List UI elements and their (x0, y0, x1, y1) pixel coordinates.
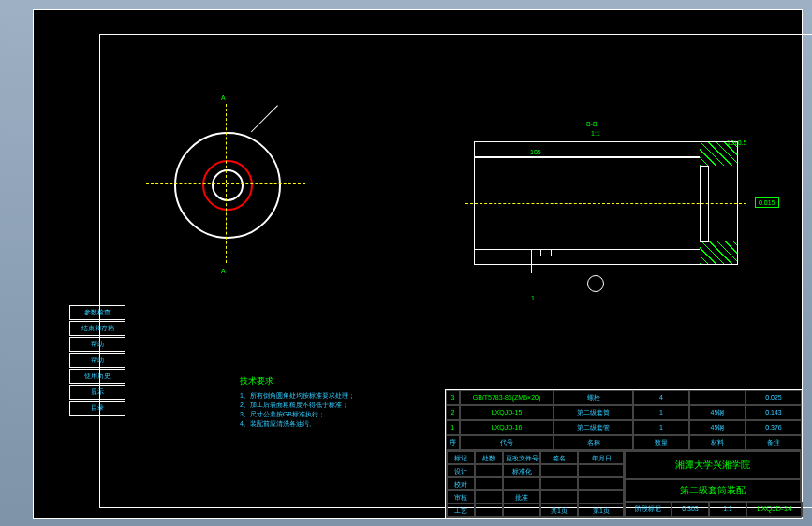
c: 设计 (447, 464, 475, 477)
c: 校对 (447, 477, 475, 490)
dim-text: 105 (530, 149, 541, 155)
c (475, 464, 503, 477)
tab-item: 参数检查 (69, 305, 125, 320)
tab-item: 目录 (69, 401, 125, 416)
leader (531, 250, 532, 273)
note-line: 1、所有倒角圆角处均按标准要求处理； (240, 391, 355, 401)
bom-code: LXQJD-16 (460, 420, 554, 435)
notes-title: 技术要求 (240, 375, 355, 387)
bom-qty: 4 (633, 390, 689, 405)
c: 批准 (503, 490, 540, 504)
c: 审核 (447, 490, 475, 504)
edge-line (475, 156, 700, 158)
bom-qty: 1 (633, 405, 689, 420)
c: 工艺 (447, 504, 475, 517)
edge-line (475, 249, 700, 250)
c (503, 504, 540, 517)
tolerance-box: 0.015 (755, 197, 779, 208)
c (475, 477, 503, 490)
view-label: A (221, 268, 226, 274)
bom-name: 第二级套管 (554, 420, 633, 435)
title-block: 3GB/T5783-86(ZM6×20)螺栓40.025 2LXQJD-15第二… (445, 389, 802, 518)
bom-name: 螺栓 (554, 390, 633, 405)
c: 阶段标记 (625, 502, 672, 517)
hdr: 代号 (460, 435, 554, 450)
note-line: 4、装配前应清洗各油污。 (240, 419, 355, 429)
note-line: 3、尺寸公差按GB标准执行； (240, 410, 355, 419)
bom-qty: 1 (633, 420, 689, 435)
hdr: 序号 (446, 435, 460, 450)
balloon (587, 275, 604, 292)
section-scale: 1:1 (591, 130, 600, 137)
c: 年月日 (578, 451, 625, 464)
dim-text: 10±0.5 (727, 139, 746, 146)
bom-wt: 0.143 (746, 405, 802, 420)
c: 共1页 (540, 504, 578, 517)
section-label: B-B (586, 121, 598, 127)
tech-notes: 技术要求 1、所有倒角圆角处均按标准要求处理； 2、加工后表面粗糙度不得低于标准… (240, 375, 355, 429)
c: 处数 (475, 451, 503, 464)
bom-wt: 0.025 (746, 390, 802, 405)
bom-no: 3 (446, 390, 460, 405)
hdr: 名称 (554, 435, 633, 450)
bom-mat (689, 390, 746, 405)
bom-code: GB/T5783-86(ZM6×20) (460, 390, 554, 405)
section-view: 1 (474, 141, 738, 265)
c (503, 477, 540, 490)
centerline-v (226, 104, 227, 263)
c: 标记 (447, 451, 475, 464)
c (540, 490, 578, 504)
hdr: 数量 (633, 435, 689, 450)
hdr: 备注 (746, 435, 802, 450)
title-info: 标记处数更改文件号签名年月日 设计标准化 校对 审核批准 工艺共1页第1页 湘潭… (446, 450, 802, 518)
bom-row: 1LXQJD-16第二级套管145钢0.376 (446, 420, 802, 435)
bom-no: 2 (446, 405, 460, 420)
c: 1:1 (709, 502, 746, 517)
c (578, 477, 625, 490)
c: 标准化 (503, 464, 540, 477)
c (578, 464, 625, 477)
hatch-area (700, 241, 737, 264)
c: 更改文件号 (503, 451, 540, 464)
c: 签名 (540, 451, 578, 464)
hdr: 材料 (689, 435, 746, 450)
bom-mat: 45钢 (689, 405, 746, 420)
tab-item: 帮助 (69, 337, 125, 352)
bom-row: 3GB/T5783-86(ZM6×20)螺栓40.025 (446, 390, 802, 405)
bom-row: 2LXQJD-15第二级套筒145钢0.143 (446, 405, 802, 420)
drawing-title: 第二级套筒装配 (625, 479, 801, 502)
balloon-num: 1 (531, 295, 535, 301)
bom-code: LXQJD-15 (460, 405, 554, 420)
bom-wt: 0.376 (746, 420, 802, 435)
bom-no: 1 (446, 420, 460, 435)
c: 0.363 (672, 502, 709, 517)
c (475, 504, 503, 517)
tab-item: 结束和存档 (69, 321, 125, 336)
bolt (700, 166, 709, 242)
tab-item: 帮助 (69, 353, 125, 368)
tab-item: 显示 (69, 385, 125, 400)
drawing-sheet: 参数检查 结束和存档 帮助 帮助 使用历史 显示 目录 A A 1 B-B 1:… (33, 9, 803, 519)
c (475, 490, 503, 504)
edge-tabs: 参数检查 结束和存档 帮助 帮助 使用历史 显示 目录 (69, 305, 125, 416)
c (540, 464, 578, 477)
bore-circle (212, 169, 244, 201)
c (540, 477, 578, 490)
c: 第1页 (578, 504, 625, 517)
c (578, 490, 625, 504)
detail (540, 249, 552, 256)
bom-name: 第二级套筒 (554, 405, 633, 420)
note-line: 2、加工后表面粗糙度不得低于标准； (240, 401, 355, 410)
school-name: 湘潭大学兴湘学院 (625, 451, 801, 479)
bom-mat: 45钢 (689, 420, 746, 435)
bom-header: 序号代号名称数量材料备注 (446, 435, 802, 450)
drawing-number: LXQJD-14 (746, 502, 803, 517)
title-right: 湘潭大学兴湘学院 第二级套筒装配 阶段标记 0.363 1:1 LXQJD-14 (624, 450, 802, 518)
view-label: A (221, 95, 226, 101)
signature-block: 标记处数更改文件号签名年月日 设计标准化 校对 审核批准 工艺共1页第1页 (446, 450, 624, 518)
tab-item: 使用历史 (69, 369, 125, 384)
